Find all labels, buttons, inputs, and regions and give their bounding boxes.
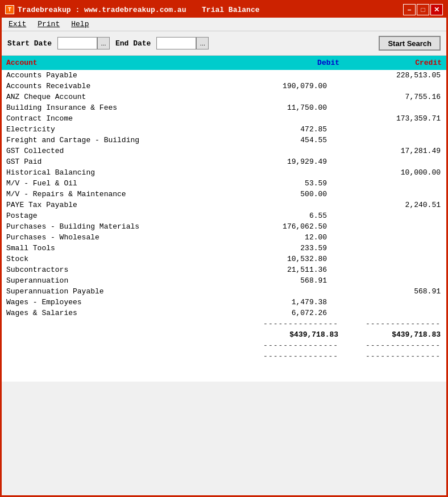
table-row: Building Insurance & Fees11,750.00	[2, 102, 446, 113]
cell-debit: 6,072.26	[246, 308, 344, 318]
cell-debit	[246, 200, 344, 210]
table-row: Postage6.55	[2, 210, 446, 221]
cell-credit	[344, 275, 446, 286]
cell-credit	[344, 210, 446, 221]
start-search-button[interactable]: Start Search	[379, 36, 441, 51]
cell-account: M/V - Fuel & Oil	[2, 178, 246, 189]
cell-account: Wages & Salaries	[2, 308, 246, 318]
table-row: Accounts Receivable190,079.00	[2, 81, 446, 92]
cell-account: Small Tools	[2, 243, 246, 254]
separator-credit: ---------------	[344, 318, 446, 329]
separator-debit: ---------------	[246, 318, 344, 329]
cell-credit: 568.91	[344, 286, 446, 297]
total-empty	[2, 329, 246, 340]
start-date-input[interactable]	[57, 37, 97, 49]
end-date-browse-button[interactable]: ...	[196, 37, 209, 49]
cell-debit: 12.00	[246, 232, 344, 243]
separator-row-3: --------------- ---------------	[2, 351, 446, 362]
cell-account: Purchases - Building Materials	[2, 221, 246, 232]
cell-account: M/V - Repairs & Maintenance	[2, 189, 246, 200]
title-bar: T Tradebreakup : www.tradebreakup.com.au…	[2, 2, 446, 18]
cell-debit: 454.55	[246, 135, 344, 146]
cell-debit	[246, 286, 344, 297]
cell-credit	[344, 297, 446, 308]
table-row: Small Tools233.59	[2, 243, 446, 254]
end-date-input[interactable]	[156, 37, 196, 49]
trial-balance-table: Account Debit Credit Accounts Payable228…	[2, 56, 446, 362]
cell-debit	[246, 92, 344, 102]
table-row: PAYE Tax Payable2,240.51	[2, 200, 446, 210]
table-row: Contract Income173,359.71	[2, 113, 446, 124]
end-date-group: ...	[156, 37, 209, 49]
cell-account: Postage	[2, 210, 246, 221]
menu-bar: Exit Print Help	[2, 18, 446, 31]
cell-account: GST Collected	[2, 146, 246, 156]
cell-credit	[344, 264, 446, 275]
table-row: Wages & Salaries6,072.26	[2, 308, 446, 318]
cell-credit	[344, 243, 446, 254]
cell-debit: 10,532.80	[246, 254, 344, 264]
maximize-button[interactable]: □	[417, 4, 429, 15]
separator2-credit: ---------------	[344, 340, 446, 351]
menu-print[interactable]: Print	[35, 19, 62, 30]
table-row: Subcontractors21,511.36	[2, 264, 446, 275]
cell-debit: 472.85	[246, 124, 344, 135]
separator-row-1: --------------- ---------------	[2, 318, 446, 329]
table-row: GST Collected17,281.49	[2, 146, 446, 156]
cell-credit	[344, 189, 446, 200]
table-row: ANZ Cheque Account7,755.16	[2, 92, 446, 102]
cell-debit	[246, 70, 344, 81]
separator3-debit: ---------------	[246, 351, 344, 362]
separator2-debit: ---------------	[246, 340, 344, 351]
separator-row-2: --------------- ---------------	[2, 340, 446, 351]
cell-credit	[344, 232, 446, 243]
cell-credit	[344, 156, 446, 167]
menu-exit[interactable]: Exit	[6, 19, 28, 30]
cell-account: Subcontractors	[2, 264, 246, 275]
cell-debit: 53.59	[246, 178, 344, 189]
cell-account: Wages - Employees	[2, 297, 246, 308]
cell-credit	[344, 254, 446, 264]
cell-credit	[344, 221, 446, 232]
separator-empty	[2, 318, 246, 329]
table-row: Accounts Payable228,513.05	[2, 70, 446, 81]
cell-credit	[344, 308, 446, 318]
menu-help[interactable]: Help	[69, 19, 91, 30]
cell-account: Accounts Payable	[2, 70, 246, 81]
cell-account: GST Paid	[2, 156, 246, 167]
bottom-area	[2, 382, 446, 495]
separator3-empty	[2, 351, 246, 362]
cell-credit: 2,240.51	[344, 200, 446, 210]
table-row: Purchases - Wholesale12.00	[2, 232, 446, 243]
table-row: Wages - Employees1,479.38	[2, 297, 446, 308]
title-bar-left: T Tradebreakup : www.tradebreakup.com.au…	[5, 5, 259, 14]
start-date-browse-button[interactable]: ...	[97, 37, 110, 49]
app-icon: T	[5, 5, 14, 14]
close-button[interactable]: ✕	[430, 4, 443, 15]
table-row: M/V - Fuel & Oil53.59	[2, 178, 446, 189]
cell-debit: 190,079.00	[246, 81, 344, 92]
table-header-row: Account Debit Credit	[2, 56, 446, 70]
cell-account: Building Insurance & Fees	[2, 102, 246, 113]
cell-credit: 173,359.71	[344, 113, 446, 124]
header-account: Account	[2, 56, 246, 70]
cell-debit	[246, 146, 344, 156]
table-row: Electricity472.85	[2, 124, 446, 135]
table-container: Account Debit Credit Accounts Payable228…	[2, 56, 446, 382]
cell-debit: 19,929.49	[246, 156, 344, 167]
cell-credit: 10,000.00	[344, 167, 446, 178]
table-row: Superannuation Payable568.91	[2, 286, 446, 297]
cell-credit: 228,513.05	[344, 70, 446, 81]
cell-credit: 7,755.16	[344, 92, 446, 102]
cell-account: ANZ Cheque Account	[2, 92, 246, 102]
cell-debit: 21,511.36	[246, 264, 344, 275]
cell-debit: 1,479.38	[246, 297, 344, 308]
minimize-button[interactable]: –	[403, 4, 416, 15]
header-debit: Debit	[246, 56, 344, 70]
cell-debit: 500.00	[246, 189, 344, 200]
cell-credit	[344, 135, 446, 146]
table-row: Historical Balancing10,000.00	[2, 167, 446, 178]
cell-credit: 17,281.49	[344, 146, 446, 156]
cell-account: Accounts Receivable	[2, 81, 246, 92]
cell-debit	[246, 113, 344, 124]
